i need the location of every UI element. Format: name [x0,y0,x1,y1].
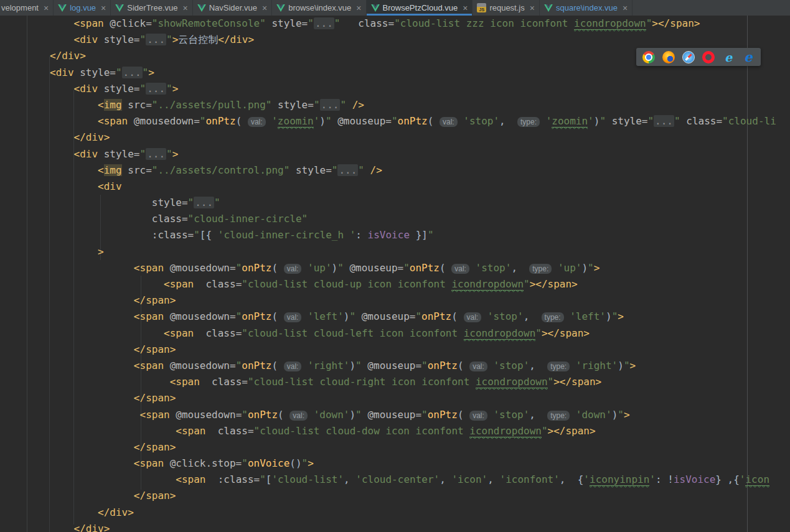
code-line[interactable]: <img src="../assets/control.png" style="… [0,162,790,179]
vue-file-icon [58,4,67,12]
folded-region: ... [320,99,341,111]
code-line[interactable]: class="cloud-inner-circle" [0,211,790,227]
code-line[interactable]: :class="[{ 'cloud-inner-circle_h ': isVo… [0,227,790,243]
editor-tab[interactable]: log.vue× [54,0,111,16]
tab-close-icon[interactable]: × [530,4,535,12]
code-line[interactable]: </span> [0,439,790,455]
parameter-hint: type: [542,312,564,322]
code-line[interactable]: </div> [0,521,790,532]
folded-region: ... [654,115,674,127]
code-line[interactable]: <div style="..."> [0,65,790,81]
tab-close-icon[interactable]: × [182,4,187,12]
safari-icon[interactable] [682,51,695,63]
code-line[interactable]: <img src="../assets/pull.png" style="...… [0,97,790,113]
parameter-hint: type: [529,264,552,274]
code-line[interactable]: <span class="cloud-list cloud-dow icon i… [0,423,790,439]
code-line[interactable]: </span> [0,390,790,406]
parameter-hint: val: [440,117,458,127]
parameter-hint: val: [284,264,302,274]
folded-region: ... [146,34,166,45]
editor-tab[interactable]: JSrequest.js× [473,0,540,16]
code-line[interactable]: <div style="..."> [0,146,790,162]
parameter-hint: val: [469,411,487,421]
vue-file-icon [197,4,206,12]
code-line[interactable]: <span @mousedown="onPtz( val: 'right')" … [0,358,790,374]
parameter-hint: type: [517,117,540,127]
vue-file-icon [544,4,553,12]
firefox-icon[interactable] [662,51,675,63]
opera-icon[interactable] [702,51,715,63]
code-line[interactable]: <span @click="showRemoteConsole" style="… [0,16,790,32]
editor-tab[interactable]: SiderTree.vue× [111,0,192,16]
ie-icon[interactable]: e [722,51,735,63]
editor-tab[interactable]: NavSider.vue× [193,0,273,16]
tab-close-icon[interactable]: × [101,4,106,12]
code-line[interactable]: <span class="cloud-list cloud-right icon… [0,374,790,390]
tab-label: square\index.vue [556,0,618,16]
editor-tab[interactable]: BrowsePtzCloud.vue× [367,0,473,16]
code-line[interactable]: </span> [0,292,790,309]
parameter-hint: val: [284,362,302,371]
parameter-hint: type: [547,411,570,421]
code-line[interactable]: <div [0,179,790,195]
code-line[interactable]: <span class="cloud-list cloud-left icon … [0,325,790,342]
code-line[interactable]: </div> [0,129,790,146]
tab-close-icon[interactable]: × [623,4,628,12]
js-file-icon: JS [477,3,486,12]
folded-region: ... [194,197,214,208]
chrome-icon[interactable] [642,51,655,63]
code-lines[interactable]: <span @click="showRemoteConsole" style="… [0,16,790,532]
folded-region: ... [122,67,143,78]
tab-bar[interactable]: velopment×log.vue×SiderTree.vue×NavSider… [0,0,790,16]
vue-file-icon [115,4,124,12]
tab-close-icon[interactable]: × [356,4,361,12]
code-line[interactable]: <div style="..."> [0,81,790,97]
code-line[interactable]: </span> [0,488,790,504]
code-line[interactable]: <span @mousedown="onPtz( val: 'down')" @… [0,407,790,423]
tab-label: browse\index.vue [288,0,351,16]
code-line[interactable]: <div style="...">云台控制</div> [0,32,790,48]
parameter-hint: val: [464,312,482,322]
code-line[interactable]: <span :class="['cloud-list', 'cloud-cent… [0,472,790,488]
editor-tab[interactable]: browse\index.vue× [272,0,366,16]
parameter-hint: val: [469,362,487,371]
editor-tab[interactable]: velopment× [0,0,54,16]
code-editor[interactable]: <span @click="showRemoteConsole" style="… [0,16,790,532]
tab-label: SiderTree.vue [127,0,177,16]
tab-label: velopment [1,0,39,16]
folded-region: ... [146,148,166,160]
folded-region: ... [146,83,166,95]
code-line[interactable]: <span @click.stop="onVoice()"> [0,455,790,472]
code-line[interactable]: <span @mousedown="onPtz( val: 'up')" @mo… [0,260,790,276]
parameter-hint: type: [547,362,570,371]
code-line[interactable]: style="..." [0,195,790,211]
vue-file-icon [371,4,380,12]
code-line[interactable]: > [0,244,790,260]
tab-label: log.vue [70,0,96,16]
code-line[interactable]: <span @mousedown="onPtz( val: 'zoomin')"… [0,113,790,129]
editor-tab[interactable]: square\index.vue× [540,0,632,16]
vue-file-icon [276,4,285,12]
parameter-hint: val: [248,117,266,127]
tab-label: NavSider.vue [209,0,257,16]
browser-toolbar: ee [636,48,761,66]
parameter-hint: val: [451,264,469,274]
code-line[interactable]: <span @mousedown="onPtz( val: 'left')" @… [0,309,790,325]
code-line[interactable]: </div> [0,505,790,521]
parameter-hint: val: [284,312,302,322]
tab-label: BrowsePtzCloud.vue [383,0,458,16]
folded-region: ... [314,17,334,29]
code-line[interactable]: <span class="cloud-list cloud-up icon ic… [0,276,790,292]
tab-close-icon[interactable]: × [463,4,468,12]
parameter-hint: val: [289,411,308,421]
tab-close-icon[interactable]: × [44,4,49,12]
folded-region: ... [337,164,358,176]
code-line[interactable]: </span> [0,342,790,358]
tab-label: request.js [489,0,524,16]
edge-icon[interactable]: e [742,51,755,63]
tab-close-icon[interactable]: × [262,4,267,12]
